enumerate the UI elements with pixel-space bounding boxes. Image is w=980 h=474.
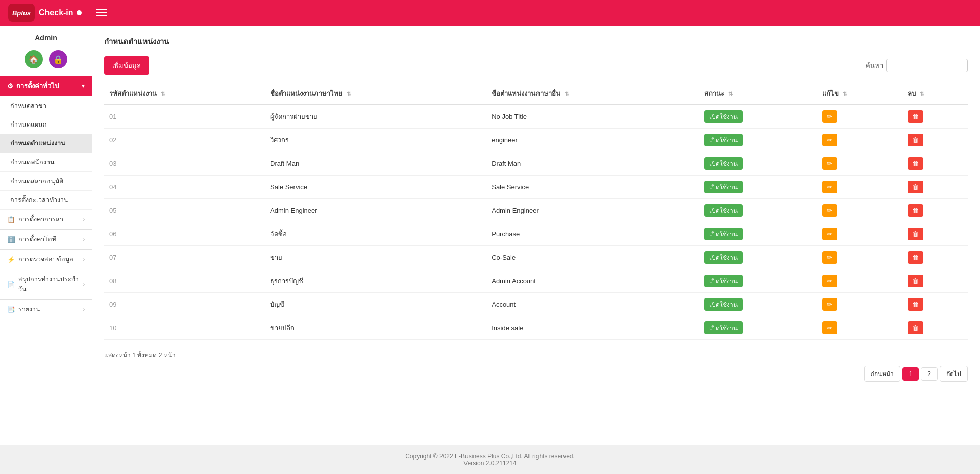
delete-button[interactable]: 🗑: [908, 251, 923, 264]
app-title: Check-in: [39, 8, 82, 17]
report-icon: 📑: [7, 306, 15, 313]
edit-button[interactable]: ✏: [822, 110, 837, 123]
sidebar-group-report-label: รายงาน: [18, 304, 40, 314]
table-row: 10 ขายปลีก Inside sale เปิดใช้งาน ✏ 🗑: [104, 316, 968, 340]
cell-name-th: Sale Service: [265, 176, 486, 199]
sort-icon-delete[interactable]: ⇅: [920, 91, 924, 97]
sidebar-item-position[interactable]: กำหนดตำแหน่งงาน: [0, 134, 92, 153]
delete-button[interactable]: 🗑: [908, 204, 923, 217]
edit-button[interactable]: ✏: [822, 275, 837, 287]
cell-name-other: Inside sale: [486, 316, 699, 340]
topnav: Bplus Check-in: [0, 0, 980, 26]
cell-code: 04: [104, 176, 265, 199]
cell-name-other: engineer: [486, 129, 699, 152]
delete-button[interactable]: 🗑: [908, 321, 923, 334]
toolbar: เพิ่มข้อมูล ค้นหา: [104, 56, 968, 75]
next-page-button[interactable]: ถัดไป: [940, 366, 968, 382]
cell-code: 06: [104, 222, 265, 246]
sidebar-section-general[interactable]: ⚙ การตั้งค่าทั่วไป ▾: [0, 76, 92, 96]
delete-button[interactable]: 🗑: [908, 298, 923, 311]
cell-edit: ✏: [817, 199, 902, 222]
prev-page-button[interactable]: ก่อนหน้า: [864, 366, 900, 382]
search-input[interactable]: [886, 59, 968, 72]
sidebar-subitems: กำหนดสาขา กำหนดแผนก กำหนดตำแหน่งงาน กำหน…: [0, 96, 92, 210]
delete-button[interactable]: 🗑: [908, 110, 923, 123]
body-area: Admin 🏠 🔒 ⚙ การตั้งค่าทั่วไป ▾ กำหนดสาขา…: [0, 26, 980, 445]
delete-button[interactable]: 🗑: [908, 275, 923, 287]
cell-name-th: ผู้จัดการฝ่ายขาย: [265, 105, 486, 129]
edit-button[interactable]: ✏: [822, 134, 837, 146]
chevron-down-icon: ▾: [82, 83, 85, 89]
cell-edit: ✏: [817, 293, 902, 316]
table-row: 06 จัดซื้อ Purchase เปิดใช้งาน ✏ 🗑: [104, 222, 968, 246]
edit-button[interactable]: ✏: [822, 298, 837, 311]
edit-button[interactable]: ✏: [822, 321, 837, 334]
cell-name-other: Admin Engineer: [486, 199, 699, 222]
cell-edit: ✏: [817, 246, 902, 269]
chevron-right-icon-5: ›: [83, 307, 85, 312]
delete-button[interactable]: 🗑: [908, 181, 923, 193]
sidebar-item-worktime[interactable]: การตั้งกะเวลาทำงาน: [0, 191, 92, 210]
hamburger-menu[interactable]: [96, 9, 107, 16]
sidebar-group-report-header[interactable]: 📑 รายงาน ›: [0, 300, 92, 319]
sidebar-item-department[interactable]: กำหนดแผนก: [0, 115, 92, 134]
sidebar-group-leave-header[interactable]: 📋 การตั้งค่าการลา ›: [0, 210, 92, 229]
edit-button[interactable]: ✏: [822, 181, 837, 193]
cell-code: 05: [104, 199, 265, 222]
table-row: 07 ขาย Co-Sale เปิดใช้งาน ✏ 🗑: [104, 246, 968, 269]
page-1-button[interactable]: 1: [902, 367, 919, 381]
sort-icon-name-other[interactable]: ⇅: [565, 91, 569, 97]
cell-status: เปิดใช้งาน: [699, 152, 817, 176]
cell-delete: 🗑: [902, 152, 968, 176]
cell-delete: 🗑: [902, 246, 968, 269]
sidebar-item-branch[interactable]: กำหนดสาขา: [0, 96, 92, 115]
delete-button[interactable]: 🗑: [908, 134, 923, 146]
status-badge: เปิดใช้งาน: [704, 321, 743, 334]
chevron-right-icon: ›: [83, 217, 85, 222]
sidebar-admin-label: Admin: [0, 26, 92, 46]
edit-button[interactable]: ✏: [822, 204, 837, 217]
sidebar-item-employee[interactable]: กำหนดพนักงาน: [0, 153, 92, 172]
cell-name-th: วิศวกร: [265, 129, 486, 152]
edit-button[interactable]: ✏: [822, 251, 837, 264]
delete-button[interactable]: 🗑: [908, 228, 923, 240]
table-row: 05 Admin Engineer Admin Engineer เปิดใช้…: [104, 199, 968, 222]
cell-status: เปิดใช้งาน: [699, 105, 817, 129]
delete-button[interactable]: 🗑: [908, 157, 923, 170]
table-row: 03 Draft Man Draft Man เปิดใช้งาน ✏ 🗑: [104, 152, 968, 176]
sidebar-item-approval[interactable]: กำหนดสลากอนุมัติ: [0, 172, 92, 191]
sidebar-group-report: 📑 รายงาน ›: [0, 300, 92, 319]
sidebar-group-ot-header[interactable]: ℹ️ การตั้งค่าโอที ›: [0, 230, 92, 249]
cell-status: เปิดใช้งาน: [699, 129, 817, 152]
logo-area: Bplus Check-in: [8, 4, 107, 22]
status-badge: เปิดใช้งาน: [704, 157, 743, 170]
footer-version: Version 2.0.211214: [7, 460, 973, 467]
edit-button[interactable]: ✏: [822, 157, 837, 170]
sort-icon-code[interactable]: ⇅: [161, 91, 165, 97]
cell-edit: ✏: [817, 152, 902, 176]
status-badge: เปิดใช้งาน: [704, 134, 743, 146]
add-data-button[interactable]: เพิ่มข้อมูล: [104, 56, 149, 75]
cell-name-other: Sale Service: [486, 176, 699, 199]
page-2-button[interactable]: 2: [921, 367, 938, 381]
search-area: ค้นหา: [866, 59, 968, 72]
sidebar-group-leave: 📋 การตั้งค่าการลา ›: [0, 210, 92, 230]
home-icon-button[interactable]: 🏠: [24, 50, 43, 68]
edit-button[interactable]: ✏: [822, 228, 837, 240]
sort-icon-edit[interactable]: ⇅: [843, 91, 847, 97]
cell-name-th: ขาย: [265, 246, 486, 269]
cell-code: 07: [104, 246, 265, 269]
sidebar-group-check-header[interactable]: ⚡ การตรวจสอบข้อมูล ›: [0, 250, 92, 269]
person-dot-icon: [77, 10, 82, 15]
col-code: รหัสตำแหน่งงาน ⇅: [104, 83, 265, 105]
main-content: กำหนดตำแหน่งงาน เพิ่มข้อมูล ค้นหา รหัสตำ…: [92, 26, 980, 445]
cell-name-th: ธุรการบัญชี: [265, 269, 486, 293]
lock-icon-button[interactable]: 🔒: [49, 50, 67, 68]
cell-code: 03: [104, 152, 265, 176]
status-badge: เปิดใช้งาน: [704, 251, 743, 264]
sort-icon-name-th[interactable]: ⇅: [347, 91, 351, 97]
positions-table: รหัสตำแหน่งงาน ⇅ ชื่อตำแหน่งงานภาษาไทย ⇅…: [104, 83, 968, 340]
status-badge: เปิดใช้งาน: [704, 228, 743, 240]
sidebar-group-daily-header[interactable]: 📄 สรุปการทำงานประจำวัน ›: [0, 269, 92, 299]
sort-icon-status[interactable]: ⇅: [728, 91, 733, 97]
